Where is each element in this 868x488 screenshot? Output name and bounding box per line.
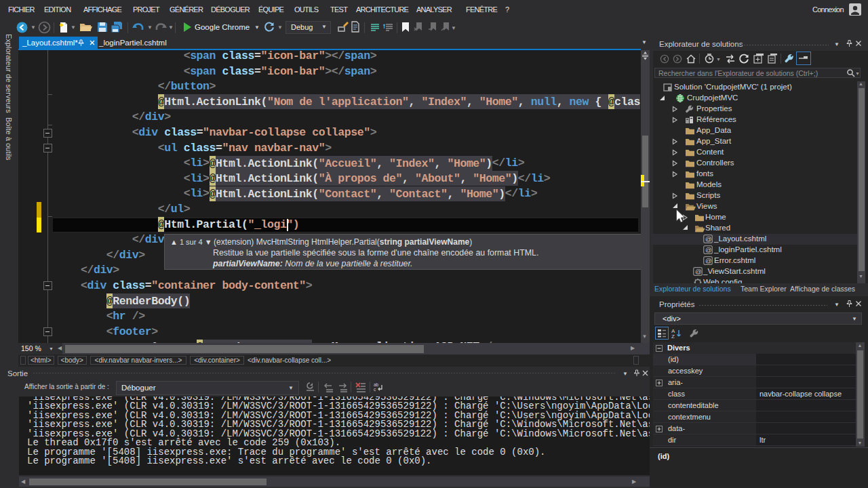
svg-text:ab: ab (374, 382, 379, 387)
svg-text:c: c (374, 387, 376, 392)
svg-text:@: @ (705, 257, 712, 264)
svg-text:@: @ (705, 235, 712, 243)
svg-text:@: @ (705, 246, 712, 253)
svg-text:Z: Z (671, 333, 675, 338)
svg-text:@: @ (695, 268, 702, 275)
